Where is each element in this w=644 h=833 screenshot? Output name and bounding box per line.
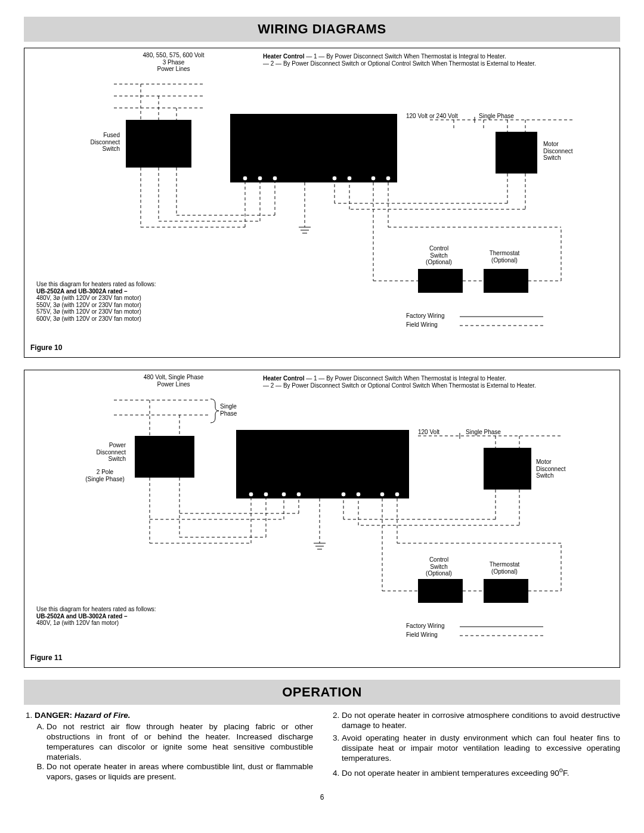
svg-point-106 [296, 492, 301, 497]
op-4: Do not operate heater in ambient tempera… [342, 766, 620, 778]
heater-box-text-11: Type "UB" Heater Internal Wiring Diagram… [237, 431, 415, 473]
svg-point-29 [243, 176, 247, 181]
power-switch-sub: 2 Pole (Single Phase) [78, 469, 132, 482]
control-switch-label: Control Switch (Optional) [412, 245, 466, 266]
op-3: Avoid operating heater in dusty environm… [342, 733, 620, 764]
heater-box-text: Type "UB" Heater Internal Wiring Diagram… [231, 115, 403, 165]
svg-rect-45 [496, 132, 537, 174]
svg-point-107 [317, 492, 322, 497]
figure-10-caption: Figure 10 [30, 343, 62, 352]
motor-volt: 120 Volt or 240 Volt [406, 113, 458, 120]
motor-switch-label: Motor Disconnect Switch [543, 141, 591, 162]
factory-wiring-label: Factory Wiring [406, 312, 444, 320]
thermostat-label-11: Thermostat (Optional) [478, 561, 531, 575]
section-header-wiring: WIRING DIAGRAMS [24, 17, 620, 42]
svg-point-108 [341, 492, 346, 497]
svg-point-111 [395, 492, 400, 497]
svg-point-36 [386, 176, 391, 181]
svg-point-33 [332, 176, 337, 181]
figure-11-frame: 480 Volt, Single Phase Power Lines Heate… [24, 370, 620, 668]
figure-11-caption: Figure 11 [30, 654, 62, 662]
ratings-10: Use this diagram for heaters rated as fo… [36, 281, 227, 322]
motor-phase: Single Phase [479, 113, 514, 120]
factory-wiring-label-11: Factory Wiring [406, 623, 444, 630]
motor-phase-11: Single Phase [466, 429, 501, 436]
svg-point-34 [347, 176, 352, 181]
svg-point-109 [356, 492, 361, 497]
motor-switch-label-11: Motor Disconnect Switch [536, 459, 584, 479]
svg-rect-120 [484, 448, 531, 490]
svg-point-105 [281, 492, 286, 497]
figure-10-frame: 480, 550, 575, 600 Volt 3 Phase Power Li… [24, 48, 620, 358]
terminals-11: BL1 BL2 AL1 AL2 Grd. ML1 ML2 C3 C4 [245, 484, 436, 492]
section-header-operation: OPERATION [24, 680, 620, 705]
svg-point-30 [258, 176, 262, 181]
power-switch-label: Power Disconnect Switch [66, 442, 126, 463]
fused-switch-label: Fused Disconnect Switch [60, 132, 120, 153]
terminals-10: AL1 AL2 AL3 Grd. ML1 ML2 C3 C4 [239, 168, 418, 176]
svg-point-35 [371, 176, 376, 181]
svg-point-103 [249, 492, 253, 497]
svg-point-32 [302, 176, 307, 181]
control-switch-label-11: Control Switch (Optional) [412, 556, 466, 577]
thermostat-label: Thermostat (Optional) [478, 250, 531, 264]
field-wiring-label-11: Field Wiring [406, 631, 438, 639]
svg-point-31 [273, 176, 277, 181]
field-wiring-label: Field Wiring [406, 321, 438, 329]
ratings-11: Use this diagram for heaters rated as fo… [36, 606, 227, 627]
operation-text: DANGER: Hazard of Fire. Do not restrict … [24, 711, 620, 785]
svg-rect-6 [126, 120, 191, 168]
page-number: 6 [24, 793, 620, 801]
op-1a: Do not restrict air flow through heater … [47, 722, 313, 763]
op-1b: Do not operate heater in areas where com… [47, 762, 313, 782]
op-2: Do not operate heater in corrosive atmos… [342, 711, 620, 731]
single-phase-brace: Single Phase [220, 403, 237, 417]
svg-point-104 [264, 492, 268, 497]
svg-point-110 [380, 492, 385, 497]
motor-volt-11: 120 Volt [418, 429, 439, 436]
